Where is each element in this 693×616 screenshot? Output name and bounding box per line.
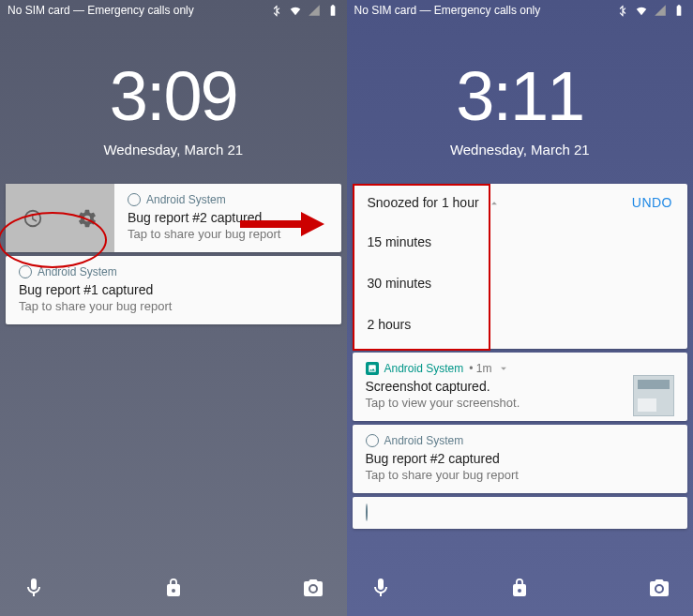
clock-area: 3:11 Wednesday, March 21: [347, 21, 694, 180]
clock-area: 3:09 Wednesday, March 21: [0, 21, 347, 180]
snooze-label-duration: 1 hour: [442, 195, 479, 210]
snooze-option-2h[interactable]: 2 hours: [353, 304, 688, 345]
mic-icon[interactable]: [369, 577, 392, 599]
battery-icon: [672, 4, 685, 17]
notification-title: Bug report #1 captured: [19, 282, 328, 297]
notification-subtitle: Tap to share your bug report: [128, 227, 328, 241]
notification-bug1[interactable]: Android System Bug report #1 captured Ta…: [6, 256, 341, 324]
reveal-actions: [6, 184, 114, 252]
lockscreen-shortcuts: [347, 560, 694, 616]
clock-date: Wednesday, March 21: [347, 142, 694, 158]
app-name: Android System: [146, 193, 226, 206]
bluetooth-icon: [270, 4, 283, 17]
screenshot-thumbnail: [633, 375, 674, 416]
lock-icon[interactable]: [508, 577, 531, 599]
notification-revealed[interactable]: Android System Bug report #2 captured Ta…: [6, 184, 341, 252]
notification-title: Bug report #2 captured: [366, 451, 675, 466]
status-text: No SIM card — Emergency calls only: [8, 4, 194, 17]
undo-button[interactable]: UNDO: [632, 195, 672, 210]
image-icon: [366, 362, 379, 375]
status-icons: [270, 4, 339, 17]
snooze-panel: Snoozed for 1 hour UNDO 15 minutes 30 mi…: [353, 184, 688, 349]
notification-screenshot[interactable]: Android System • 1m Screenshot captured.…: [353, 353, 688, 421]
status-icons: [616, 4, 685, 17]
notification-title: Screenshot captured.: [366, 379, 675, 394]
camera-icon[interactable]: [302, 577, 324, 599]
chevron-up-icon[interactable]: [488, 197, 501, 210]
clock-date: Wednesday, March 21: [0, 142, 347, 158]
notification-subtitle: Tap to view your screenshot.: [366, 396, 675, 410]
snooze-label: Snoozed for 1 hour: [368, 195, 502, 210]
status-bar: No SIM card — Emergency calls only: [0, 0, 347, 21]
bluetooth-icon: [616, 4, 629, 17]
app-dot-icon: [19, 265, 32, 278]
chevron-down-icon[interactable]: [497, 362, 510, 375]
snooze-label-prefix: Snoozed for: [368, 195, 442, 210]
wifi-icon: [289, 4, 302, 17]
app-dot-icon: [366, 434, 379, 447]
clock-time: 3:11: [347, 56, 694, 136]
lockscreen-shortcuts: [0, 560, 347, 616]
signal-icon: [308, 4, 321, 17]
status-bar: No SIM card — Emergency calls only: [347, 0, 694, 21]
notification-subtitle: Tap to share your bug report: [366, 468, 675, 482]
app-name: Android System: [38, 265, 117, 278]
notification-body[interactable]: Android System Bug report #2 captured Ta…: [114, 184, 341, 252]
phone-right: No SIM card — Emergency calls only 3:11 …: [347, 0, 694, 616]
notification-collapsed[interactable]: [353, 497, 688, 529]
app-dot-icon: [128, 193, 141, 206]
signal-icon: [654, 4, 667, 17]
camera-icon[interactable]: [648, 577, 670, 599]
lock-icon[interactable]: [162, 577, 185, 599]
notification-bug2[interactable]: Android System Bug report #2 captured Ta…: [353, 425, 688, 493]
wifi-icon: [635, 4, 648, 17]
app-name: Android System: [384, 362, 464, 375]
gear-icon[interactable]: [77, 208, 98, 229]
notification-subtitle: Tap to share your bug report: [19, 299, 328, 313]
snooze-icon[interactable]: [23, 208, 43, 229]
app-name: Android System: [384, 434, 464, 447]
battery-icon: [326, 4, 339, 17]
clock-time: 3:09: [0, 56, 347, 136]
app-dot-icon: [366, 503, 368, 521]
status-text: No SIM card — Emergency calls only: [354, 4, 541, 17]
snooze-option-15m[interactable]: 15 minutes: [353, 221, 688, 263]
phone-left: No SIM card — Emergency calls only 3:09 …: [0, 0, 347, 616]
mic-icon[interactable]: [23, 577, 45, 599]
notification-title: Bug report #2 captured: [128, 210, 328, 225]
snooze-option-30m[interactable]: 30 minutes: [353, 263, 688, 304]
notification-time: • 1m: [469, 362, 491, 375]
